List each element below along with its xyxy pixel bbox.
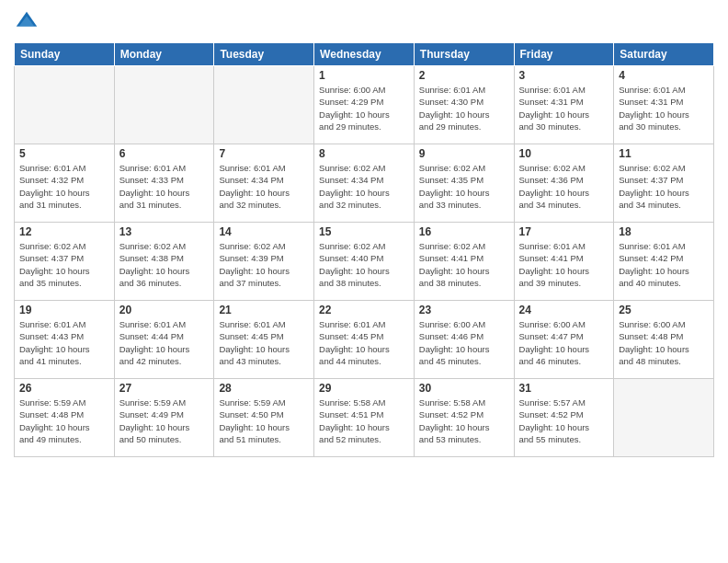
calendar-cell	[214, 66, 314, 144]
calendar-cell: 1Sunrise: 6:00 AM Sunset: 4:29 PM Daylig…	[314, 66, 415, 144]
calendar-cell: 8Sunrise: 6:02 AM Sunset: 4:34 PM Daylig…	[314, 144, 415, 223]
day-info: Sunrise: 6:01 AM Sunset: 4:32 PM Dayligh…	[19, 162, 109, 211]
day-info: Sunrise: 6:01 AM Sunset: 4:44 PM Dayligh…	[119, 318, 210, 367]
day-number: 21	[219, 304, 309, 316]
day-number: 28	[219, 382, 309, 395]
day-info: Sunrise: 6:02 AM Sunset: 4:37 PM Dayligh…	[619, 162, 709, 211]
day-info: Sunrise: 6:00 AM Sunset: 4:29 PM Dayligh…	[319, 84, 409, 132]
calendar-cell: 3Sunrise: 6:01 AM Sunset: 4:31 PM Daylig…	[514, 66, 614, 144]
day-info: Sunrise: 6:01 AM Sunset: 4:34 PM Dayligh…	[219, 162, 309, 211]
day-info: Sunrise: 6:02 AM Sunset: 4:38 PM Dayligh…	[119, 240, 210, 289]
calendar-cell: 4Sunrise: 6:01 AM Sunset: 4:31 PM Daylig…	[614, 66, 714, 144]
day-number: 11	[619, 147, 709, 160]
calendar-cell: 24Sunrise: 6:00 AM Sunset: 4:47 PM Dayli…	[514, 301, 614, 379]
day-info: Sunrise: 6:01 AM Sunset: 4:43 PM Dayligh…	[19, 318, 109, 367]
day-info: Sunrise: 5:59 AM Sunset: 4:48 PM Dayligh…	[19, 396, 109, 445]
day-number: 8	[319, 147, 409, 160]
calendar-cell: 26Sunrise: 5:59 AM Sunset: 4:48 PM Dayli…	[15, 379, 115, 457]
day-number: 15	[319, 225, 409, 238]
day-info: Sunrise: 5:59 AM Sunset: 4:50 PM Dayligh…	[219, 396, 309, 445]
day-info: Sunrise: 6:02 AM Sunset: 4:40 PM Dayligh…	[319, 240, 409, 289]
day-info: Sunrise: 6:00 AM Sunset: 4:47 PM Dayligh…	[519, 318, 609, 367]
day-number: 29	[319, 382, 409, 395]
calendar-cell	[114, 66, 214, 144]
day-number: 17	[519, 225, 609, 238]
day-info: Sunrise: 6:01 AM Sunset: 4:30 PM Dayligh…	[419, 84, 509, 132]
calendar-table: SundayMondayTuesdayWednesdayThursdayFrid…	[14, 42, 714, 457]
day-number: 6	[119, 147, 210, 160]
calendar-cell: 2Sunrise: 6:01 AM Sunset: 4:30 PM Daylig…	[414, 66, 514, 144]
calendar-cell: 11Sunrise: 6:02 AM Sunset: 4:37 PM Dayli…	[614, 144, 714, 223]
calendar-week-3: 19Sunrise: 6:01 AM Sunset: 4:43 PM Dayli…	[15, 301, 714, 379]
calendar-week-2: 12Sunrise: 6:02 AM Sunset: 4:37 PM Dayli…	[15, 223, 714, 301]
page: SundayMondayTuesdayWednesdayThursdayFrid…	[0, 0, 728, 563]
calendar-cell: 5Sunrise: 6:01 AM Sunset: 4:32 PM Daylig…	[15, 144, 115, 223]
day-number: 9	[419, 147, 509, 160]
calendar-cell: 31Sunrise: 5:57 AM Sunset: 4:52 PM Dayli…	[514, 379, 614, 457]
day-number: 16	[419, 225, 509, 238]
logo-icon	[14, 9, 40, 35]
calendar-cell: 12Sunrise: 6:02 AM Sunset: 4:37 PM Dayli…	[15, 223, 115, 301]
day-header-tuesday: Tuesday	[214, 43, 314, 66]
day-number: 22	[319, 304, 409, 316]
calendar-cell: 13Sunrise: 6:02 AM Sunset: 4:38 PM Dayli…	[114, 223, 214, 301]
calendar-header-row: SundayMondayTuesdayWednesdayThursdayFrid…	[15, 43, 714, 66]
day-info: Sunrise: 6:01 AM Sunset: 4:41 PM Dayligh…	[519, 240, 609, 289]
calendar-cell: 7Sunrise: 6:01 AM Sunset: 4:34 PM Daylig…	[214, 144, 314, 223]
day-number: 23	[419, 304, 509, 316]
day-info: Sunrise: 6:00 AM Sunset: 4:48 PM Dayligh…	[619, 318, 709, 367]
day-number: 20	[119, 304, 210, 316]
day-info: Sunrise: 6:02 AM Sunset: 4:36 PM Dayligh…	[519, 162, 609, 211]
day-number: 30	[419, 382, 509, 395]
calendar-cell: 30Sunrise: 5:58 AM Sunset: 4:52 PM Dayli…	[414, 379, 514, 457]
day-header-monday: Monday	[114, 43, 214, 66]
day-info: Sunrise: 6:01 AM Sunset: 4:33 PM Dayligh…	[119, 162, 210, 211]
day-info: Sunrise: 6:01 AM Sunset: 4:45 PM Dayligh…	[219, 318, 309, 367]
day-number: 18	[619, 225, 709, 238]
calendar-cell: 20Sunrise: 6:01 AM Sunset: 4:44 PM Dayli…	[114, 301, 214, 379]
calendar-cell: 10Sunrise: 6:02 AM Sunset: 4:36 PM Dayli…	[514, 144, 614, 223]
calendar-cell: 15Sunrise: 6:02 AM Sunset: 4:40 PM Dayli…	[314, 223, 415, 301]
day-info: Sunrise: 6:02 AM Sunset: 4:35 PM Dayligh…	[419, 162, 509, 211]
day-number: 5	[19, 147, 109, 160]
day-info: Sunrise: 6:02 AM Sunset: 4:34 PM Dayligh…	[319, 162, 409, 211]
calendar-cell: 29Sunrise: 5:58 AM Sunset: 4:51 PM Dayli…	[314, 379, 415, 457]
calendar-cell: 25Sunrise: 6:00 AM Sunset: 4:48 PM Dayli…	[614, 301, 714, 379]
day-info: Sunrise: 5:57 AM Sunset: 4:52 PM Dayligh…	[519, 396, 609, 445]
header	[14, 9, 714, 35]
day-header-wednesday: Wednesday	[314, 43, 415, 66]
calendar-cell: 23Sunrise: 6:00 AM Sunset: 4:46 PM Dayli…	[414, 301, 514, 379]
calendar-cell: 6Sunrise: 6:01 AM Sunset: 4:33 PM Daylig…	[114, 144, 214, 223]
day-info: Sunrise: 6:02 AM Sunset: 4:37 PM Dayligh…	[19, 240, 109, 289]
calendar-cell: 27Sunrise: 5:59 AM Sunset: 4:49 PM Dayli…	[114, 379, 214, 457]
calendar-cell: 16Sunrise: 6:02 AM Sunset: 4:41 PM Dayli…	[414, 223, 514, 301]
calendar-week-1: 5Sunrise: 6:01 AM Sunset: 4:32 PM Daylig…	[15, 144, 714, 223]
day-info: Sunrise: 5:59 AM Sunset: 4:49 PM Dayligh…	[119, 396, 210, 445]
day-number: 24	[519, 304, 609, 316]
day-number: 26	[19, 382, 109, 395]
day-number: 7	[219, 147, 309, 160]
day-info: Sunrise: 6:01 AM Sunset: 4:31 PM Dayligh…	[619, 84, 709, 132]
calendar-cell: 18Sunrise: 6:01 AM Sunset: 4:42 PM Dayli…	[614, 223, 714, 301]
day-info: Sunrise: 5:58 AM Sunset: 4:51 PM Dayligh…	[319, 396, 409, 445]
calendar-cell: 21Sunrise: 6:01 AM Sunset: 4:45 PM Dayli…	[214, 301, 314, 379]
calendar-cell: 17Sunrise: 6:01 AM Sunset: 4:41 PM Dayli…	[514, 223, 614, 301]
day-number: 25	[619, 304, 709, 316]
day-number: 10	[519, 147, 609, 160]
calendar-cell	[614, 379, 714, 457]
calendar-week-4: 26Sunrise: 5:59 AM Sunset: 4:48 PM Dayli…	[15, 379, 714, 457]
calendar-cell: 28Sunrise: 5:59 AM Sunset: 4:50 PM Dayli…	[214, 379, 314, 457]
day-header-friday: Friday	[514, 43, 614, 66]
calendar-cell: 19Sunrise: 6:01 AM Sunset: 4:43 PM Dayli…	[15, 301, 115, 379]
day-number: 1	[319, 69, 409, 82]
calendar-cell	[15, 66, 115, 144]
day-info: Sunrise: 6:01 AM Sunset: 4:42 PM Dayligh…	[619, 240, 709, 289]
day-header-thursday: Thursday	[414, 43, 514, 66]
day-number: 4	[619, 69, 709, 82]
day-number: 31	[519, 382, 609, 395]
calendar-cell: 9Sunrise: 6:02 AM Sunset: 4:35 PM Daylig…	[414, 144, 514, 223]
day-number: 3	[519, 69, 609, 82]
calendar-cell: 22Sunrise: 6:01 AM Sunset: 4:45 PM Dayli…	[314, 301, 415, 379]
day-number: 12	[19, 225, 109, 238]
day-number: 2	[419, 69, 509, 82]
